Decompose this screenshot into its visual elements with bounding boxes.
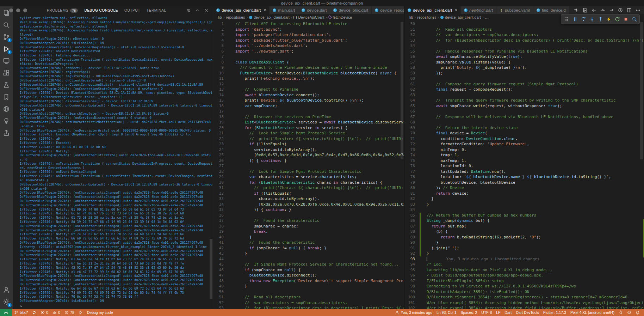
line-number[interactable]: 66 xyxy=(404,109,420,114)
remote-explorer-icon[interactable] xyxy=(1,56,11,66)
line-number[interactable]: 59 xyxy=(404,71,420,76)
line-number[interactable]: 69 xyxy=(404,125,420,131)
line-number[interactable]: 36 xyxy=(213,213,228,218)
line-number[interactable]: 68 xyxy=(404,120,420,125)
step-into-icon[interactable] xyxy=(588,15,596,23)
line-number[interactable]: 47 xyxy=(213,273,228,278)
status-dart[interactable]: Dart xyxy=(502,310,514,315)
breadcrumb-repositories[interactable]: repositories xyxy=(226,15,245,19)
line-number[interactable]: 80 xyxy=(404,185,420,191)
breadcrumb-lib[interactable]: lib xyxy=(218,15,222,19)
bookmark-icon[interactable] xyxy=(1,92,11,102)
timeline-icon[interactable] xyxy=(618,8,623,13)
code-editor-left[interactable]: 1// Client API for accessing Bluetooth L… xyxy=(213,20,404,309)
line-number[interactable]: 18 xyxy=(213,114,228,120)
tab-newtmgr.dart[interactable]: newtmgr.dart xyxy=(461,6,496,14)
line-number[interactable]: 39 xyxy=(213,229,228,235)
tab-pubspec.yaml[interactable]: !pubspec.yaml xyxy=(496,6,533,14)
line-number[interactable]: 99 xyxy=(404,289,420,295)
line-number[interactable]: 79 xyxy=(404,180,420,186)
search-icon[interactable] xyxy=(1,20,11,30)
line-number[interactable]: 12 xyxy=(213,81,228,87)
line-number[interactable]: 27 xyxy=(213,163,228,169)
line-number[interactable]: 42 xyxy=(213,245,228,251)
line-number[interactable]: 101 xyxy=(404,300,420,306)
code-editor-right[interactable]: 5051 // Read all descriptors52 // var de… xyxy=(404,20,644,309)
line-number[interactable]: 61 xyxy=(404,81,420,87)
remote-indicator[interactable]: >< xyxy=(0,309,12,316)
line-number[interactable]: 15 xyxy=(213,98,228,103)
line-number[interactable]: 51 xyxy=(404,27,420,32)
line-number[interactable]: 31 xyxy=(213,185,228,191)
line-number[interactable]: 43 xyxy=(213,251,228,256)
line-number[interactable]: 32 xyxy=(213,191,228,196)
line-number[interactable]: 9 xyxy=(213,65,228,71)
sync-icon[interactable] xyxy=(30,310,38,315)
line-number[interactable]: 45 xyxy=(213,262,228,267)
status-debug-my-code[interactable]: Debug my code xyxy=(85,310,115,315)
share-icon[interactable] xyxy=(1,128,11,138)
line-number[interactable]: 91 xyxy=(404,245,420,251)
line-number[interactable]: 82 xyxy=(404,196,420,202)
line-number[interactable]: 20 xyxy=(213,125,228,131)
line-number[interactable]: 17 xyxy=(213,109,228,114)
line-number[interactable]: 85 xyxy=(404,213,420,218)
breadcrumb-repositories[interactable]: repositories xyxy=(417,15,436,19)
line-number[interactable]: 13 xyxy=(213,87,228,92)
status-ln-93-col-1[interactable]: Ln 93, Col 1 xyxy=(434,310,459,315)
bell-icon[interactable] xyxy=(633,310,642,315)
tab-device_api_client.dart[interactable]: device_api_client.dart× xyxy=(213,6,270,14)
line-number[interactable]: 83 xyxy=(404,202,420,207)
line-number[interactable]: 53 xyxy=(404,38,420,43)
line-number[interactable]: 97 xyxy=(404,278,420,284)
line-number[interactable]: 6 xyxy=(213,49,228,54)
status-you-3-minutes-ago[interactable]: You, 3 minutes ago xyxy=(393,310,434,315)
line-number[interactable]: 76 xyxy=(404,163,420,169)
line-number[interactable]: 26 xyxy=(213,158,228,164)
restart-icon[interactable] xyxy=(613,15,621,23)
breadcrumb-lib[interactable]: lib xyxy=(409,15,413,19)
tab-device_bloc.dart[interactable]: device_bloc.dart xyxy=(330,6,372,14)
close-window-button[interactable] xyxy=(9,8,13,12)
console-scrollbar[interactable] xyxy=(210,239,212,299)
line-number[interactable]: 73 xyxy=(404,147,420,153)
editor-right-scrollbar[interactable] xyxy=(640,22,643,159)
extensions-icon[interactable] xyxy=(1,68,11,78)
close-icon[interactable] xyxy=(204,8,209,13)
line-number[interactable]: 23 xyxy=(213,141,228,147)
tab-find_device.d[interactable]: find_device.d xyxy=(533,6,569,14)
debug-console-output[interactable]: eylist,core-platform-api, reflection, al… xyxy=(13,14,213,309)
line-number[interactable]: 14 xyxy=(213,92,228,98)
line-number[interactable]: 29 xyxy=(213,174,228,180)
line-number[interactable]: 64 xyxy=(404,98,420,103)
inspect-widget-icon[interactable] xyxy=(630,15,638,23)
line-number[interactable]: 5 xyxy=(213,43,228,49)
tab-device_repository.dart[interactable]: device_repository.dart xyxy=(372,6,404,14)
line-number[interactable]: 71 xyxy=(404,136,420,142)
line-number[interactable]: 52 xyxy=(404,32,420,38)
line-number[interactable]: 86 xyxy=(404,218,420,224)
line-number[interactable]: 4 xyxy=(213,38,228,43)
line-number[interactable]: 58 xyxy=(404,65,420,71)
step-over-icon[interactable] xyxy=(580,15,587,23)
line-number[interactable]: 81 xyxy=(404,191,420,196)
line-number[interactable]: 56 xyxy=(404,54,420,60)
line-number[interactable]: 54 xyxy=(404,43,420,49)
panel-tab-debug-console[interactable]: DEBUG CONSOLE xyxy=(84,8,118,12)
nav-forward-icon[interactable] xyxy=(609,8,614,13)
tab-device.dart[interactable]: device.dart xyxy=(298,6,330,14)
breadcrumb-device-api-client-dart[interactable]: device_api_client.dart xyxy=(440,15,481,19)
status-bloc-[interactable]: bloc* xyxy=(12,310,30,315)
status-dart-devtools[interactable]: Dart DevTools xyxy=(514,310,541,315)
status-spaces-2[interactable]: Spaces: 2 xyxy=(459,310,479,315)
line-number[interactable]: 21 xyxy=(213,130,228,136)
settings-gear-icon[interactable]: 1 xyxy=(1,297,11,307)
line-number[interactable]: 8 xyxy=(213,60,228,65)
line-number[interactable]: 28 xyxy=(213,169,228,175)
feedback-icon[interactable] xyxy=(625,310,633,315)
panel-tab-output[interactable]: OUTPUT xyxy=(124,8,140,12)
status-lf[interactable]: LF xyxy=(494,310,502,315)
line-number[interactable]: 33 xyxy=(213,196,228,202)
line-number[interactable]: 75 xyxy=(404,158,420,164)
hot-reload-icon[interactable] xyxy=(605,15,613,23)
